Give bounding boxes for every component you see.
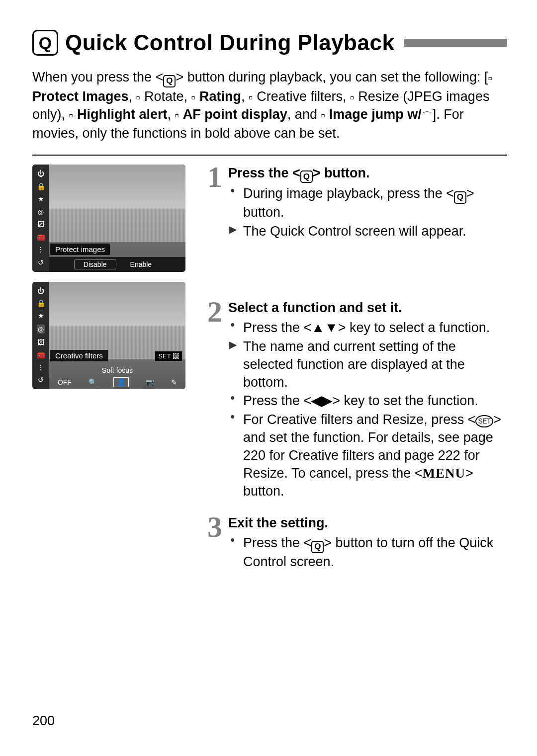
side-icon: 🧰 [37, 234, 45, 241]
step-title: Press the <Q> button. [228, 165, 507, 183]
playback-icon: ▫ [350, 92, 355, 103]
playback-icon: ▫ [249, 92, 253, 103]
side-icon: ⋮ [37, 364, 44, 371]
q-icon: Q [163, 75, 176, 87]
side-icon: ↺ [38, 259, 44, 266]
side-icon: ↺ [38, 376, 44, 383]
camera-option: Enable [121, 260, 161, 269]
step-number: 3 [201, 514, 222, 572]
opt-creative: Creative filters [257, 89, 343, 104]
camera-option: 🔍 [89, 378, 97, 386]
camera-set-label: SET 🖼 [155, 351, 182, 361]
left-right-icon: ◀▶ [311, 393, 332, 408]
side-icon: 🖼 [37, 339, 44, 346]
camera-function-label: Creative filters [50, 350, 108, 361]
opt-rotate: Rotate [144, 89, 184, 104]
step-number: 2 [201, 299, 222, 502]
camera-function-label: Protect images [50, 244, 110, 255]
side-icon: ⏻ [37, 170, 44, 177]
playback-icon: ▫ [136, 92, 141, 103]
camera-options-row: OFF 🔍 👤 📷 ✎ [49, 377, 185, 387]
side-icon: 🖼 [37, 221, 44, 228]
step-bullet: Press the <Q> button to turn off the Qui… [228, 534, 507, 571]
step-number: 1 [201, 165, 222, 242]
playback-icon: ▫ [191, 92, 196, 103]
side-icon: ◎ [37, 325, 45, 334]
up-down-icon: ▲▼ [311, 320, 338, 335]
camera-bottom-bar: Disable Enable [49, 257, 185, 272]
intro-text: > button during playback, you can set th… [176, 70, 488, 84]
playback-icon: ▫ [488, 73, 493, 84]
heading-bar [404, 39, 507, 47]
camera-option: 📷 [146, 378, 154, 386]
step-1: 1 Press the <Q> button. During image pla… [201, 165, 507, 242]
q-icon: Q [311, 541, 324, 553]
camera-sidebar: ⏻ 🔒 ★ ◎ 🖼 🧰 ⋮ ↺ [32, 282, 49, 389]
step-result: The Quick Control screen will appear. [228, 223, 507, 241]
step-bullet: Press the <▲▼> key to select a function. [228, 319, 507, 337]
step-title: Select a function and set it. [228, 299, 507, 317]
step-title: Exit the setting. [228, 514, 507, 532]
main-dial-icon: ⌒ [422, 109, 433, 124]
camera-option: Disable [74, 259, 116, 269]
opt-afpoint: AF point display [183, 107, 287, 122]
camera-screen-protect: ⏻ 🔒 ★ ◎ 🖼 🧰 ⋮ ↺ Protect images Disable E… [32, 165, 185, 272]
opt-rating: Rating [199, 89, 241, 104]
camera-option: ✎ [171, 378, 177, 386]
step-bullet: Press the <◀▶> key to set the function. [228, 392, 507, 410]
q-icon: Q [300, 170, 313, 183]
q-icon: Q [454, 191, 466, 204]
screenshots-column: ⏻ 🔒 ★ ◎ 🖼 🧰 ⋮ ↺ Protect images Disable E… [32, 165, 186, 585]
opt-imagejump: Image jump w/ [329, 107, 422, 122]
step-2: 2 Select a function and set it. Press th… [201, 299, 507, 502]
separator [32, 155, 507, 156]
side-icon: ★ [38, 312, 44, 319]
side-icon: 🔒 [37, 183, 45, 190]
side-icon: ◎ [38, 208, 44, 215]
intro-paragraph: When you press the <Q> button during pla… [32, 68, 507, 143]
opt-highlight: Highlight alert [77, 107, 168, 122]
camera-sidebar: ⏻ 🔒 ★ ◎ 🖼 🧰 ⋮ ↺ [32, 165, 49, 272]
playback-icon: ▫ [175, 110, 179, 121]
camera-option: OFF [58, 378, 72, 386]
side-icon: ⏻ [37, 287, 44, 294]
side-icon: ★ [38, 195, 44, 202]
step-bullet: During image playback, press the <Q> but… [228, 185, 507, 222]
opt-protect: Protect Images [32, 89, 129, 104]
step-result: The name and current setting of the sele… [228, 338, 507, 392]
q-icon: Q [32, 30, 58, 56]
camera-option-selected: 👤 [113, 377, 129, 387]
step-3: 3 Exit the setting. Press the <Q> button… [201, 514, 507, 572]
camera-sub-label: Soft focus [49, 366, 185, 374]
camera-image [49, 165, 185, 272]
side-icon: 🧰 [37, 351, 45, 358]
camera-screen-creative: ⏻ 🔒 ★ ◎ 🖼 🧰 ⋮ ↺ Creative filters SET 🖼 S… [32, 282, 185, 389]
page-heading: Q Quick Control During Playback [32, 30, 507, 56]
menu-icon: MENU [422, 466, 465, 481]
playback-icon: ▫ [321, 110, 325, 121]
step-bullet: For Creative filters and Resize, press <… [228, 411, 507, 501]
side-icon: 🔒 [37, 300, 45, 307]
side-icon: ⋮ [37, 246, 44, 253]
steps-column: 1 Press the <Q> button. During image pla… [201, 165, 507, 585]
page-number: 200 [32, 713, 55, 729]
playback-icon: ▫ [69, 110, 74, 121]
intro-text: When you press the < [32, 70, 163, 84]
heading-text: Quick Control During Playback [65, 30, 394, 55]
set-icon: SET [475, 415, 493, 427]
content-columns: ⏻ 🔒 ★ ◎ 🖼 🧰 ⋮ ↺ Protect images Disable E… [32, 165, 507, 585]
manual-page: Q Quick Control During Playback When you… [0, 0, 537, 756]
